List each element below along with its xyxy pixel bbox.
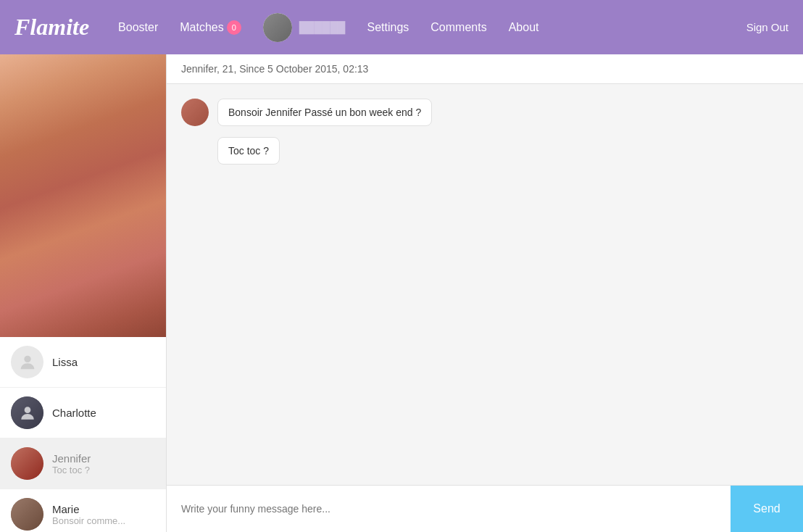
- main-nav: Booster Matches 0 ██████ Settings Commen…: [118, 13, 746, 42]
- contact-name-jennifer: Jennifer: [52, 452, 155, 465]
- chat-header: Jennifer, 21, Since 5 October 2015, 02:1…: [167, 54, 803, 84]
- nav-user-name: ██████: [299, 21, 346, 33]
- nav-settings[interactable]: Settings: [367, 21, 409, 34]
- contact-item-lissa[interactable]: Lissa: [0, 337, 166, 388]
- contact-info-marie: Marie Bonsoir comme...: [52, 503, 155, 526]
- contact-preview-marie: Bonsoir comme...: [52, 515, 155, 526]
- nav-booster[interactable]: Booster: [118, 21, 158, 34]
- chat-input-area: Send: [167, 485, 803, 532]
- message-row-2: Toc toc ?: [181, 137, 789, 165]
- nav-user[interactable]: ██████: [263, 13, 346, 42]
- nav-about[interactable]: About: [509, 21, 539, 34]
- message-avatar-1: [181, 99, 209, 126]
- matches-badge-count: 0: [227, 20, 241, 35]
- svg-point-1: [24, 407, 30, 413]
- contact-name-charlotte: Charlotte: [52, 407, 155, 419]
- sidebar: Lissa Charlotte: [0, 54, 167, 532]
- sign-out-button[interactable]: Sign Out: [746, 21, 789, 33]
- message-row-1: Bonsoir Jennifer Passé un bon week end ?: [181, 99, 789, 126]
- contact-list: Lissa Charlotte: [0, 337, 166, 532]
- contact-preview-jennifer: Toc toc ?: [52, 465, 155, 475]
- contact-name-marie: Marie: [52, 503, 155, 515]
- contact-info-charlotte: Charlotte: [52, 407, 155, 419]
- contact-name-lissa: Lissa: [52, 356, 155, 368]
- chat-header-info: Jennifer, 21, Since 5 October 2015, 02:1…: [181, 63, 368, 75]
- message-bubble-1: Bonsoir Jennifer Passé un bon week end ?: [217, 99, 432, 126]
- contact-avatar-marie: [11, 498, 43, 531]
- profile-image: [0, 54, 167, 337]
- message-bubble-2: Toc toc ?: [217, 137, 280, 165]
- contact-avatar-charlotte: [11, 396, 43, 429]
- contact-info-jennifer: Jennifer Toc toc ?: [52, 452, 155, 475]
- contact-item-marie[interactable]: Marie Bonsoir comme...: [0, 489, 166, 532]
- chat-area: Jennifer, 21, Since 5 October 2015, 02:1…: [167, 54, 803, 532]
- logo: Flamite: [14, 14, 89, 41]
- nav-user-avatar: [263, 13, 292, 42]
- header: Flamite Booster Matches 0 ██████ Setting…: [0, 0, 803, 54]
- contact-avatar-lissa: [11, 346, 43, 378]
- svg-point-0: [24, 355, 30, 362]
- contact-item-charlotte[interactable]: Charlotte: [0, 388, 166, 439]
- send-button[interactable]: Send: [731, 486, 803, 532]
- nav-matches[interactable]: Matches 0: [180, 20, 241, 35]
- nav-comments[interactable]: Comments: [430, 21, 486, 34]
- contact-info-lissa: Lissa: [52, 356, 155, 368]
- main-content: Lissa Charlotte: [0, 54, 803, 532]
- chat-input[interactable]: [167, 486, 731, 532]
- contact-avatar-jennifer: [11, 447, 43, 480]
- chat-messages: Bonsoir Jennifer Passé un bon week end ?…: [167, 84, 803, 485]
- contact-item-jennifer[interactable]: Jennifer Toc toc ?: [0, 439, 166, 489]
